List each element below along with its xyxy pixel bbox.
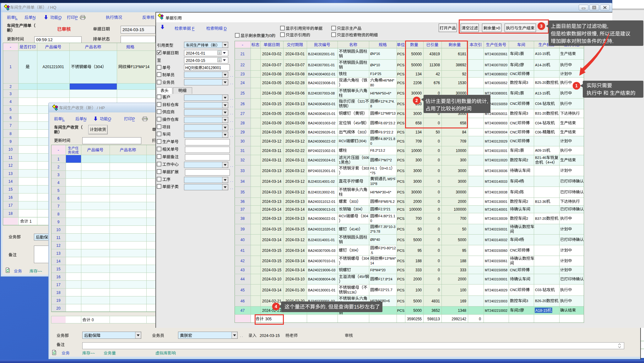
svg-text:F17.8*24: F17.8*24 bbox=[378, 277, 392, 281]
svg-text:2024-02-21: 2024-02-21 bbox=[262, 299, 282, 303]
svg-text:BJ240313002-01: BJ240313002-01 bbox=[308, 190, 335, 194]
svg-text:PCS: PCS bbox=[397, 149, 405, 153]
svg-text:. .: . . bbox=[230, 104, 233, 108]
svg-text:30000: 30000 bbox=[456, 91, 467, 95]
svg-text:3000: 3000 bbox=[458, 179, 466, 184]
svg-text:H6*M4*50+6*: H6*M4*50+6* bbox=[370, 91, 392, 95]
svg-text:BP240312001-01: BP240312001-01 bbox=[308, 169, 335, 173]
svg-text:11308: 11308 bbox=[430, 63, 440, 67]
svg-text:CNC: CNC bbox=[510, 72, 517, 76]
svg-text:CNC: CNC bbox=[510, 130, 517, 134]
svg-text:BJ240302001-01: BJ240302001-01 bbox=[308, 52, 335, 56]
svg-text:B37-20: B37-20 bbox=[535, 217, 546, 220]
svg-text:45#: 45# bbox=[359, 275, 365, 279]
svg-text:M5*F: M5*F bbox=[387, 177, 396, 181]
svg-text:B25-20: B25-20 bbox=[535, 81, 546, 84]
svg-text:2024-03-15: 2024-03-15 bbox=[262, 102, 282, 106]
svg-text:7: 7 bbox=[57, 204, 60, 209]
svg-text:709: 709 bbox=[415, 139, 422, 144]
svg-text:2024-03-13: 2024-03-13 bbox=[262, 169, 282, 173]
svg-text:3000: 3000 bbox=[413, 169, 422, 173]
svg-text:1530: 1530 bbox=[458, 81, 466, 85]
svg-text:40: 40 bbox=[241, 238, 245, 242]
svg-text:09:59:12: 09:59:12 bbox=[36, 37, 53, 42]
svg-text:28: 28 bbox=[241, 121, 245, 125]
svg-text:F4.80*21.8: F4.80*21.8 bbox=[378, 137, 395, 141]
svg-text:PCS: PCS bbox=[397, 217, 405, 220]
svg-text:100: 100 bbox=[415, 288, 422, 292]
svg-text:0: 0 bbox=[438, 199, 440, 204]
svg-text:2*9.78: 2*9.78 bbox=[370, 230, 380, 233]
svg-text:-: - bbox=[242, 42, 243, 47]
svg-text:598113: 598113 bbox=[427, 317, 440, 321]
svg-text:PCS: PCS bbox=[397, 130, 405, 134]
svg-text:2024-03-14: 2024-03-14 bbox=[285, 248, 305, 253]
svg-text:4+4: 4+4 bbox=[547, 160, 553, 164]
svg-text:MT2403100001: MT2403100001 bbox=[485, 277, 507, 281]
svg-text:658: 658 bbox=[415, 121, 422, 125]
svg-text:. .: . . bbox=[230, 73, 233, 77]
svg-text:0: 0 bbox=[438, 149, 440, 153]
svg-text:304: 304 bbox=[351, 248, 357, 252]
svg-text:169: 169 bbox=[460, 299, 466, 303]
svg-text:0: 0 bbox=[438, 179, 440, 184]
svg-text:F14*25: F14*25 bbox=[370, 72, 382, 76]
svg-text:RCV: RCV bbox=[339, 139, 346, 143]
svg-text:5000: 5000 bbox=[413, 238, 422, 242]
svg-text:PCS: PCS bbox=[397, 139, 405, 143]
svg-text:A14-20: A14-20 bbox=[535, 63, 546, 67]
svg-text:O: O bbox=[108, 116, 111, 121]
svg-text:BA240304003-01: BA240304003-01 bbox=[308, 102, 335, 106]
svg-text:253: 253 bbox=[415, 102, 422, 106]
svg-text:15: 15 bbox=[8, 187, 13, 192]
svg-text:F4.80*21.1: F4.80*21.1 bbox=[378, 214, 395, 218]
svg-text:2: 2 bbox=[526, 217, 528, 220]
svg-text:4: 4 bbox=[518, 238, 520, 241]
svg-text:PCS: PCS bbox=[397, 52, 405, 56]
svg-text:F: F bbox=[191, 26, 195, 31]
svg-text:B21-46: B21-46 bbox=[535, 156, 546, 160]
svg-text:BJ240307003-08: BJ240307003-08 bbox=[308, 91, 335, 95]
svg-text:2024-02-28: 2024-02-28 bbox=[285, 81, 305, 85]
svg-text:MT2403150060: MT2403150060 bbox=[485, 249, 507, 252]
svg-text:84: 84 bbox=[462, 130, 467, 134]
svg-text:100000: 100000 bbox=[409, 207, 422, 212]
svg-text:MT2403130038: MT2403130038 bbox=[485, 190, 507, 194]
svg-text:33: 33 bbox=[241, 169, 245, 173]
svg-text:2024-03-01: 2024-03-01 bbox=[285, 52, 305, 56]
svg-text:. .: . . bbox=[230, 96, 233, 100]
svg-text:BP240221002-01: BP240221002-01 bbox=[308, 149, 335, 153]
svg-text:709: 709 bbox=[460, 139, 466, 144]
svg-text:C04-: C04- bbox=[535, 102, 543, 106]
svg-text:PCS: PCS bbox=[397, 81, 405, 85]
svg-text:50: 50 bbox=[418, 227, 422, 231]
svg-text:2024-03-08: 2024-03-08 bbox=[262, 72, 282, 76]
svg-text:4: 4 bbox=[9, 100, 12, 104]
svg-text:2024-03-14: 2024-03-14 bbox=[285, 207, 305, 212]
svg-text:6: 6 bbox=[57, 196, 60, 201]
svg-text:. .: . . bbox=[230, 164, 233, 167]
svg-text:0: 0 bbox=[438, 268, 440, 272]
svg-text:2024-03-11: 2024-03-11 bbox=[285, 158, 305, 162]
svg-text:0: 0 bbox=[438, 139, 440, 144]
svg-text:N: N bbox=[84, 116, 86, 121]
svg-text:PCS: PCS bbox=[397, 72, 405, 76]
svg-text:304: 304 bbox=[355, 207, 361, 211]
svg-text:606: 606 bbox=[363, 156, 369, 160]
svg-text:43: 43 bbox=[241, 268, 245, 272]
svg-text:F9.5*22.2: F9.5*22.2 bbox=[378, 130, 393, 134]
svg-text:2024-03-15: 2024-03-15 bbox=[260, 333, 280, 338]
svg-text:PCS: PCS bbox=[397, 288, 405, 292]
svg-text:47: 47 bbox=[241, 308, 245, 313]
svg-text:PCS: PCS bbox=[397, 112, 405, 116]
svg-text:2024-03-05: 2024-03-05 bbox=[262, 81, 282, 85]
svg-text:8: 8 bbox=[370, 104, 372, 108]
svg-text:MT2403150058: MT2403150058 bbox=[485, 268, 507, 272]
svg-text:MT2403020061: MT2403020061 bbox=[485, 52, 507, 56]
svg-text:2024-03-06: 2024-03-06 bbox=[285, 91, 305, 95]
svg-text:0: 0 bbox=[92, 318, 94, 322]
svg-text:C03-: C03- bbox=[535, 288, 543, 292]
svg-text:6181: 6181 bbox=[458, 52, 466, 56]
svg-text:. .: . . bbox=[230, 179, 233, 182]
svg-text:44: 44 bbox=[241, 277, 245, 281]
